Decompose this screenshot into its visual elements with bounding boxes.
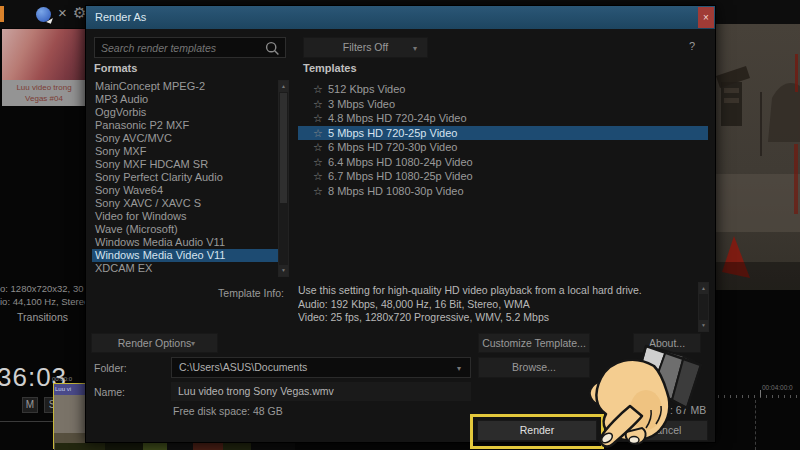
clip-label: Luu vi xyxy=(54,384,85,395)
pointing-hand-cursor xyxy=(588,340,720,450)
ruler-timecode: 00:04:00:0 xyxy=(762,384,793,391)
project-media-caption: Luu video trong Vegas #04 xyxy=(2,80,86,106)
name-field[interactable]: Luu video trong Sony Vegas.wmv xyxy=(171,382,471,401)
render-options-label: Render Options xyxy=(118,337,192,349)
scroll-down-icon[interactable]: ▼ xyxy=(699,320,708,331)
search-icon xyxy=(265,41,280,56)
render-highlight-box xyxy=(470,414,604,449)
template-item-label: 5 Mbps HD 720-25p Video xyxy=(328,127,457,139)
ruler-tick xyxy=(760,390,761,397)
template-item[interactable]: ☆3 Mbps Video xyxy=(298,97,708,112)
folder-label: Folder: xyxy=(94,362,127,374)
template-item-label: 8 Mbps HD 1080-30p Video xyxy=(328,185,464,197)
template-item[interactable]: ☆8 Mbps HD 1080-30p Video xyxy=(298,184,708,199)
scrollbar-thumb[interactable] xyxy=(280,93,287,203)
dialog-title: Render As xyxy=(95,11,146,23)
template-item[interactable]: ☆6.7 Mbps HD 1080-25p Video xyxy=(298,169,708,184)
mute-button[interactable]: M xyxy=(22,397,38,413)
star-icon[interactable]: ☆ xyxy=(313,82,328,97)
info-line: Video: 25 fps, 1280x720 Progressive, WMV… xyxy=(298,311,702,325)
template-item[interactable]: ☆512 Kbps Video xyxy=(298,82,708,97)
format-item[interactable]: Sony MXF HDCAM SR xyxy=(92,158,278,171)
scroll-up-icon[interactable]: ▲ xyxy=(699,283,708,294)
star-icon[interactable]: ☆ xyxy=(313,126,328,141)
info-line: Audio: 192 Kbps, 48,000 Hz, 16 Bit, Ster… xyxy=(298,298,702,312)
template-item-selected[interactable]: ☆5 Mbps HD 720-25p Video xyxy=(298,126,708,141)
toolbar-orange-icon[interactable] xyxy=(0,6,4,22)
format-item[interactable]: Sony XAVC / XAVC S xyxy=(92,197,278,210)
audio-props-text: io: 44,100 Hz, Stereo xyxy=(0,296,85,307)
timeline-ruler-ticks[interactable] xyxy=(712,395,800,398)
search-input[interactable] xyxy=(94,37,286,58)
timeline-clip[interactable]: Luu vi xyxy=(53,383,86,449)
format-item[interactable]: OggVorbis xyxy=(92,106,278,119)
format-item[interactable]: Panasonic P2 MXF xyxy=(92,119,278,132)
playhead-dashed-line xyxy=(755,400,756,450)
close-dialog-button[interactable]: × xyxy=(698,7,714,28)
template-item-label: 3 Mbps Video xyxy=(328,98,395,110)
format-item[interactable]: Sony AVC/MVC xyxy=(92,132,278,145)
scroll-up-icon[interactable]: ▲ xyxy=(279,81,288,92)
dialog-titlebar[interactable]: Render As xyxy=(86,6,715,29)
network-icon[interactable] xyxy=(36,7,51,22)
render-options-button[interactable]: Render Options ▾ xyxy=(91,333,218,353)
template-item-label: 4.8 Mbps HD 720-24p Video xyxy=(328,112,467,124)
filters-button[interactable]: Filters Off ▾ xyxy=(303,37,428,58)
format-item[interactable]: Sony Wave64 xyxy=(92,184,278,197)
star-icon[interactable]: ☆ xyxy=(313,155,328,170)
video-preview xyxy=(716,24,800,290)
close-tool-icon[interactable]: × xyxy=(58,5,67,20)
preview-painting xyxy=(716,24,800,290)
app-screen: × ⚙ Luu video trong Vegas #04 o: 1280x72… xyxy=(0,0,800,450)
format-item-selected[interactable]: Windows Media Video V11 xyxy=(92,249,278,262)
folder-combobox[interactable]: C:\Users\ASUS\Documents ▾ xyxy=(171,357,471,378)
info-scrollbar[interactable]: ▲ ▼ xyxy=(698,282,709,332)
browse-button[interactable]: Browse... xyxy=(478,357,590,378)
format-item[interactable]: Sony MXF xyxy=(92,145,278,158)
star-icon[interactable]: ☆ xyxy=(313,111,328,126)
timeline-mini-ruler: 00:00:0 xyxy=(52,376,72,382)
format-item[interactable]: Sony Perfect Clarity Audio xyxy=(92,171,278,184)
star-icon[interactable]: ☆ xyxy=(313,140,328,155)
transitions-tab[interactable]: Transitions xyxy=(0,311,85,323)
star-icon[interactable]: ☆ xyxy=(313,184,328,199)
timeline-filmstrip[interactable] xyxy=(55,443,295,450)
video-props-text: o: 1280x720x32, 30 xyxy=(0,283,85,294)
template-item[interactable]: ☆6 Mbps HD 720-30p Video xyxy=(298,140,708,155)
format-item[interactable]: Video for Windows xyxy=(92,210,278,223)
chevron-down-icon: ▾ xyxy=(413,39,417,58)
template-info-box: Use this setting for high-quality HD vid… xyxy=(292,282,702,332)
customize-template-button[interactable]: Customize Template... xyxy=(478,333,590,353)
formats-header: Formats xyxy=(94,62,137,74)
template-item-label: 6 Mbps HD 720-30p Video xyxy=(328,141,457,153)
star-icon[interactable]: ☆ xyxy=(313,97,328,112)
chevron-down-icon: ▾ xyxy=(457,359,461,378)
help-icon[interactable]: ? xyxy=(689,40,695,52)
format-item[interactable]: Wave (Microsoft) xyxy=(92,223,278,236)
caption-line2: Vegas #04 xyxy=(2,93,86,104)
clip-thumbnail xyxy=(54,395,85,450)
folder-value: C:\Users\ASUS\Documents xyxy=(179,361,307,373)
format-item[interactable]: MP3 Audio xyxy=(92,93,278,106)
template-item[interactable]: ☆4.8 Mbps HD 720-24p Video xyxy=(298,111,708,126)
template-item-label: 6.4 Mbps HD 1080-24p Video xyxy=(328,156,473,168)
formats-scrollbar[interactable]: ▲ ▼ xyxy=(278,80,289,277)
templates-header: Templates xyxy=(303,62,357,74)
format-item[interactable]: Windows Media Audio V11 xyxy=(92,236,278,249)
template-info-label: Template Info: xyxy=(186,287,284,299)
info-line: Use this setting for high-quality HD vid… xyxy=(298,284,702,298)
chevron-down-icon: ▾ xyxy=(191,335,195,353)
template-item-label: 6.7 Mbps HD 1080-25p Video xyxy=(328,170,473,182)
name-label: Name: xyxy=(94,386,125,398)
filters-button-label: Filters Off xyxy=(343,41,388,53)
template-item-label: 512 Kbps Video xyxy=(328,83,405,95)
format-item[interactable]: XDCAM EX xyxy=(92,262,278,275)
formats-list: MainConcept MPEG-2 MP3 Audio OggVorbis P… xyxy=(92,80,278,277)
free-disk-space: Free disk space: 48 GB xyxy=(173,405,283,417)
templates-list: ☆512 Kbps Video ☆3 Mbps Video ☆4.8 Mbps … xyxy=(298,82,708,277)
project-media-thumbnail[interactable] xyxy=(2,29,86,80)
format-item[interactable]: MainConcept MPEG-2 xyxy=(92,80,278,93)
template-item[interactable]: ☆6.4 Mbps HD 1080-24p Video xyxy=(298,155,708,170)
scroll-down-icon[interactable]: ▼ xyxy=(279,265,288,276)
star-icon[interactable]: ☆ xyxy=(313,169,328,184)
